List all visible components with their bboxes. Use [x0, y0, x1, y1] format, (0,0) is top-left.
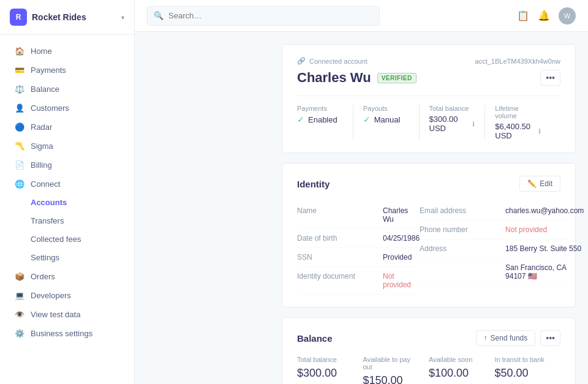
sidebar-item-label: Customers — [31, 104, 69, 113]
view-test-data-icon: 👁️ — [15, 309, 24, 319]
stat-value: $6,400.50 USD ℹ — [495, 122, 541, 140]
sidebar-item-orders[interactable]: 📦 Orders — [5, 267, 129, 285]
stat-label: Payments — [297, 105, 343, 112]
sidebar-item-developers[interactable]: 💻 Developers — [5, 286, 129, 304]
sidebar-item-connect[interactable]: 🌐 Connect — [5, 175, 129, 193]
business-settings-icon: ⚙️ — [15, 328, 24, 338]
sidebar-item-business-settings[interactable]: ⚙️ Business settings — [5, 324, 129, 342]
sidebar-item-balance[interactable]: ⚖️ Balance — [5, 80, 129, 98]
connected-icon: 🔗 — [297, 57, 306, 65]
search-input[interactable] — [168, 11, 373, 20]
sidebar-item-home[interactable]: 🏠 Home — [5, 42, 129, 60]
developers-icon: 💻 — [15, 290, 24, 300]
field-value: Not provided — [383, 272, 420, 289]
balance-total: Total balance $300.00 — [297, 356, 363, 384]
stat-label: Lifetime volume — [495, 105, 541, 119]
status-dot-payouts: ✓ — [363, 115, 371, 124]
stat-value: ✓ Enabled — [297, 115, 343, 124]
notifications-icon[interactable]: 🔔 — [538, 10, 550, 21]
identity-row-address1: Address 185 Berry St. Suite 550 — [420, 239, 584, 258]
sidebar-item-label: Developers — [31, 291, 71, 300]
more-options-button[interactable]: ••• — [540, 70, 560, 86]
sidebar-item-label: Accounts — [31, 198, 67, 207]
balance-header: Balance ↑ Send funds ••• — [297, 330, 560, 346]
sidebar-item-radar[interactable]: 🔵 Radar — [5, 118, 129, 136]
field-value: Charles Wu — [383, 206, 420, 224]
sidebar-item-label: Collected fees — [31, 235, 81, 244]
sidebar-item-label: Home — [31, 47, 52, 56]
search-box[interactable]: 🔍 — [147, 6, 380, 26]
lifetime-volume-value: $6,400.50 USD — [495, 122, 535, 140]
send-funds-button[interactable]: ↑ Send funds — [476, 330, 536, 346]
send-funds-label: Send funds — [491, 334, 528, 342]
sidebar-item-customers[interactable]: 👤 Customers — [5, 99, 129, 117]
balance-actions: ↑ Send funds ••• — [476, 330, 560, 346]
docs-icon[interactable]: 📋 — [517, 10, 529, 21]
topbar: 🔍 📋 🔔 W — [135, 0, 588, 32]
info-icon[interactable]: ℹ — [472, 120, 475, 128]
account-name: Charles Wu — [297, 70, 371, 86]
sidebar-item-label: Payments — [31, 66, 66, 75]
balance-more-button[interactable]: ••• — [540, 330, 560, 346]
logo-icon: R — [10, 9, 27, 26]
stat-total-balance: Total balance $300.00 USD ℹ — [429, 105, 486, 140]
app-name: Rocket Rides — [32, 12, 86, 22]
connect-icon: 🌐 — [15, 179, 24, 189]
home-icon: 🏠 — [15, 46, 24, 56]
sidebar: R Rocket Rides ▾ 🏠 Home 💳 Payments ⚖️ Ba… — [0, 0, 135, 384]
sidebar-item-label: Transfers — [31, 216, 64, 225]
main-content: 🔗 Connected account acct_1BLeTM439Xkh4w0… — [270, 32, 588, 384]
field-label: Phone number — [420, 225, 505, 234]
avatar[interactable]: W — [559, 7, 576, 24]
stat-value: $300.00 USD ℹ — [429, 115, 475, 133]
field-label: Identity document — [297, 272, 383, 289]
send-funds-icon: ↑ — [484, 334, 488, 342]
field-value: San Francisco, CA 94107 🇺🇸 — [505, 263, 584, 280]
sidebar-item-collected-fees[interactable]: Collected fees — [5, 230, 129, 248]
connected-label: Connected account — [309, 58, 368, 65]
field-value: 185 Berry St. Suite 550 — [505, 244, 581, 253]
verified-badge: VERIFIED — [377, 73, 417, 83]
sidebar-item-transfers[interactable]: Transfers — [5, 212, 129, 230]
radar-icon: 🔵 — [15, 122, 24, 132]
info-icon-lifetime[interactable]: ℹ — [538, 127, 541, 135]
sidebar-item-label: Balance — [31, 85, 59, 94]
sidebar-item-label: View test data — [31, 310, 80, 319]
sidebar-item-label: Connect — [31, 179, 60, 189]
sidebar-item-label: Radar — [31, 122, 52, 132]
payments-status: Enabled — [308, 115, 337, 124]
bal-value: $50.00 — [495, 367, 551, 380]
sidebar-item-label: Business settings — [31, 329, 92, 338]
sigma-icon: 〽️ — [15, 141, 24, 151]
balance-available-soon: Available soon $100.00 — [429, 356, 495, 384]
search-icon: 🔍 — [154, 11, 164, 20]
orders-icon: 📦 — [15, 271, 24, 281]
sidebar-item-billing[interactable]: 📄 Billing — [5, 156, 129, 174]
sidebar-item-settings[interactable]: Settings — [5, 249, 129, 266]
sidebar-item-view-test-data[interactable]: 👁️ View test data — [5, 305, 129, 323]
stat-payouts: Payouts ✓ Manual — [363, 105, 420, 140]
edit-button[interactable]: ✏️ Edit — [519, 176, 560, 192]
stat-label: Payouts — [363, 105, 409, 112]
field-value: Not provided — [505, 225, 547, 234]
balance-stats: Total balance $300.00 Available to pay o… — [297, 356, 560, 384]
balance-card: Balance ↑ Send funds ••• Total balance $… — [282, 317, 576, 384]
balance-title: Balance — [297, 333, 333, 344]
bal-label: Available to pay out — [363, 356, 420, 371]
bal-label: In transit to bank — [495, 356, 551, 363]
stat-label: Total balance — [429, 105, 475, 112]
bal-value: $150.00 — [363, 374, 420, 384]
identity-row-email: Email address charles.wu@yahoo.com — [420, 201, 584, 220]
sidebar-item-payments[interactable]: 💳 Payments — [5, 61, 129, 79]
field-value: charles.wu@yahoo.com — [505, 206, 584, 215]
field-label: SSN — [297, 253, 383, 262]
account-stats: Payments ✓ Enabled Payouts ✓ Manual Tota… — [297, 96, 560, 140]
identity-row-ssn: SSN Provided — [297, 248, 420, 267]
app-logo[interactable]: R Rocket Rides ▾ — [0, 0, 134, 35]
topbar-actions: 📋 🔔 W — [517, 7, 576, 24]
chevron-down-icon: ▾ — [121, 14, 124, 21]
identity-left-col: Name Charles Wu Date of birth 04/25/1986… — [297, 201, 420, 295]
sidebar-item-label: Settings — [31, 253, 59, 262]
sidebar-item-sigma[interactable]: 〽️ Sigma — [5, 137, 129, 155]
sidebar-item-accounts[interactable]: Accounts — [5, 194, 129, 211]
